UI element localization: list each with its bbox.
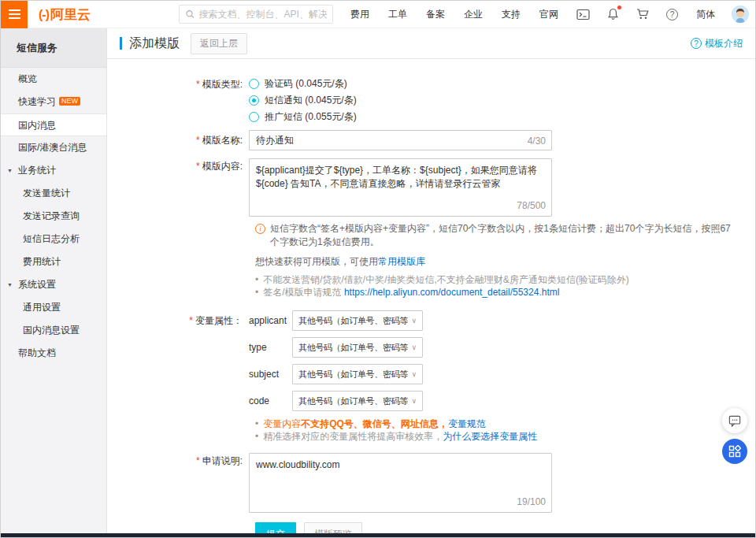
sidebar-item-label: 系统设置 [18,279,56,290]
sidebar-item-label: 发送量统计 [23,187,70,199]
sidebar-item-label: 费用统计 [23,256,61,267]
bullet-icon: • [255,417,258,430]
variable-type-select-subject[interactable]: 其他号码（如订单号、密码等） ∨ [292,364,423,384]
template-name-row: *模版名称: 4/30 [107,130,755,150]
variable-spec-link[interactable]: 变量规范 [448,418,486,429]
title-accent-bar [120,37,122,50]
select-value: 其他号码（如订单号、密码等） [298,395,408,407]
user-avatar[interactable] [732,6,749,23]
topnav-website[interactable]: 官网 [536,8,562,21]
template-name-input[interactable] [249,130,552,150]
radio-icon [249,112,259,122]
template-content-textarea[interactable]: ${applicant}提交了${type}，工单名称：${subject}，如… [249,158,552,217]
sidebar-item-label: 业务统计 [18,165,56,176]
sidebar-item-quick-learn[interactable]: 快速学习NEW [1,91,106,113]
notifications-button[interactable] [604,8,622,20]
select-value: 其他号码（如订单号、密码等） [298,342,408,354]
template-intro-label: 模板介绍 [705,37,743,50]
template-rules: • 不能发送营销/贷款/借款/中奖/抽奖类短信,不支持金融理财&房产通知类短信(… [255,273,755,299]
sidebar-item-sms-log-analysis[interactable]: 短信日志分析 [1,228,106,250]
bell-icon [607,8,619,20]
hamburger-icon [9,13,20,15]
radio-sms-notification[interactable]: 短信通知 (0.045元/条) [249,95,357,106]
hamburger-menu-button[interactable] [1,1,28,28]
note-text: 变量内容不支持QQ号、微信号、网址信息，变量规范 [263,417,486,430]
variable-name: subject [249,364,292,384]
variable-type-select-applicant[interactable]: 其他号码（如订单号、密码等） ∨ [292,310,423,331]
name-char-counter: 4/30 [528,135,546,147]
required-mark: * [196,161,200,172]
template-name-label: *模版名称: [107,130,249,150]
help-button[interactable]: ? [663,9,681,20]
application-description-row: *申请说明: www.cloudbility.com 19/100 [107,453,755,513]
aliyun-logo[interactable]: (-) 阿里云 [39,6,91,24]
page-header: 添加模版 返回上层 ? 模板介绍 [107,28,755,59]
variable-row-code: code 其他号码（如订单号、密码等） ∨ [107,391,755,411]
topnav-icp[interactable]: 备案 [422,8,449,21]
variable-type-select-type[interactable]: 其他号码（如订单号、密码等） ∨ [292,337,423,358]
required-mark: * [189,315,193,326]
content-char-counter: 78/500 [517,200,546,211]
sidebar-item-general-settings[interactable]: 通用设置 [1,296,106,319]
sidebar-item-label: 通用设置 [23,302,61,313]
body: 短信服务 概览 快速学习NEW 国内消息 国际/港澳台消息 ▼ 业务统计 发送量… [1,28,755,533]
common-template-library-link[interactable]: 常用模版库 [378,256,425,267]
variable-note-accuracy: • 精准选择对应的变量属性将提高审核效率，为什么要选择变量属性 [255,430,755,443]
variable-note-content: • 变量内容不支持QQ号、微信号、网址信息，变量规范 [255,417,755,430]
apps-shortcut-button[interactable] [722,439,747,464]
back-button[interactable]: 返回上层 [191,33,247,54]
variable-name: applicant [249,310,292,331]
variable-type-select-code[interactable]: 其他号码（如订单号、密码等） ∨ [292,391,423,411]
chevron-down-icon: ∨ [411,317,417,325]
sidebar-item-send-volume-stats[interactable]: 发送量统计 [1,182,106,205]
radio-promotional-sms[interactable]: 推广短信 (0.055元/条) [249,111,357,122]
radio-verification-code[interactable]: 验证码 (0.045元/条) [249,78,357,89]
spec-doc-link[interactable]: https://help.aliyun.com/document_detail/… [344,287,560,298]
info-icon: i [255,224,265,234]
sidebar-item-domestic-message-settings[interactable]: 国内消息设置 [1,319,106,342]
sidebar-group-business-stats[interactable]: ▼ 业务统计 [1,159,106,182]
topnav-tickets[interactable]: 工单 [384,8,411,21]
sidebar-item-overview[interactable]: 概览 [1,68,106,91]
cart-icon [636,8,649,20]
question-icon: ? [666,9,678,20]
quick-template-tip: 想快速获得可用模版，可使用常用模版库 [255,255,755,269]
search-input[interactable] [199,9,327,20]
template-preview-button[interactable]: 模版预览 [304,522,362,533]
floating-buttons [722,408,747,464]
application-description-textarea[interactable]: www.cloudbility.com [249,453,552,513]
radio-label: 短信通知 (0.045元/条) [265,94,357,107]
variable-name: type [249,337,292,358]
sidebar: 短信服务 概览 快速学习NEW 国内消息 国际/港澳台消息 ▼ 业务统计 发送量… [1,28,107,533]
bullet-icon: • [255,286,258,299]
cart-button[interactable] [633,8,652,20]
topnav-billing[interactable]: 费用 [346,8,373,21]
locale-switch[interactable]: 简体 [692,8,719,21]
form-actions: 提交 模版预览 [255,522,755,533]
rule-spec: • 签名/模版申请规范 https://help.aliyun.com/docu… [255,286,755,299]
submit-button[interactable]: 提交 [255,522,296,533]
sidebar-item-send-record-query[interactable]: 发送记录查询 [1,205,106,228]
global-search[interactable] [179,5,333,24]
aliyun-logo-mark: (-) [39,8,49,22]
sidebar-group-system-settings[interactable]: ▼ 系统设置 [1,273,106,296]
rule-text: 不能发送营销/贷款/借款/中奖/抽奖类短信,不支持金融理财&房产通知类短信(验证… [263,273,629,286]
tip-text: 想快速获得可用模版，可使用 [255,256,378,267]
required-mark: * [196,135,200,146]
sidebar-item-help-docs[interactable]: 帮助文档 [1,342,106,365]
topnav-enterprise[interactable]: 企业 [460,8,487,21]
main-content: 添加模版 返回上层 ? 模板介绍 *模版类型: 验证码 (0.04 [107,28,755,533]
template-type-label: *模版类型: [107,78,249,122]
why-variable-attr-link[interactable]: 为什么要选择变量属性 [443,431,537,442]
topnav-support[interactable]: 支持 [498,8,524,21]
sidebar-item-intl-messages[interactable]: 国际/港澳台消息 [1,136,106,159]
template-content-label: *模版内容: [107,158,249,217]
radio-label: 推广短信 (0.055元/条) [265,110,357,124]
sidebar-item-cost-stats[interactable]: 费用统计 [1,250,106,273]
template-intro-link[interactable]: ? 模板介绍 [691,37,743,50]
console-terminal-button[interactable] [573,9,593,20]
sidebar-item-domestic-messages[interactable]: 国内消息 [1,113,106,136]
sidebar-item-label: 概览 [18,73,37,84]
feedback-button[interactable] [722,408,747,433]
question-icon: ? [691,38,702,49]
